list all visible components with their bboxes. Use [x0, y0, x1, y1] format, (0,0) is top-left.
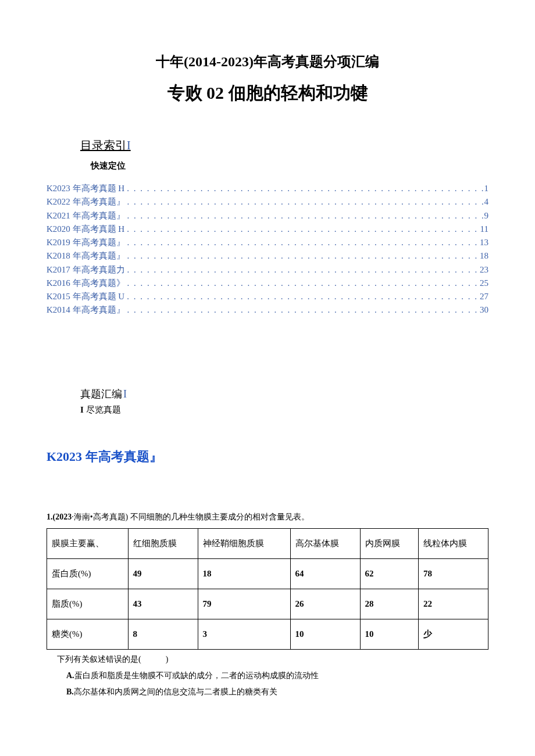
table-cell: 78	[418, 558, 488, 589]
toc-item-page: 23	[480, 263, 488, 277]
toc-item[interactable]: K2015 年高考真题 U 27	[47, 290, 488, 303]
toc-dots	[125, 236, 480, 249]
toc-item-label: K2016 年高考真题》	[47, 277, 125, 290]
toc-item-label: K2021 年高考真题』	[47, 209, 125, 223]
toc-dots	[125, 263, 480, 277]
answer-option-b: B.高尔基体和内质网之间的信息交流与二者膜上的糖类有关	[47, 687, 488, 697]
toc-item[interactable]: K2020 年高考真题 H 11	[47, 223, 488, 236]
toc-item[interactable]: K2018 年高考真题』 18	[47, 249, 488, 263]
table-cell: 10	[360, 619, 418, 649]
toc-subheading: 快速定位	[91, 160, 488, 171]
compilation-subheading: I 尽览真题	[80, 404, 488, 415]
toc-dots	[125, 209, 484, 223]
table-row: 糖类(%) 8 3 10 10 少	[47, 619, 488, 649]
answer-option-a: A.蛋白质和脂质是生物膜不可或缺的成分，二者的运动构成膜的流动性	[47, 671, 488, 681]
toc-item-page: 13	[480, 236, 488, 249]
table-header-cell: 神经鞘细胞质膜	[198, 528, 290, 558]
toc-dots	[124, 290, 480, 303]
toc-item-page: 1	[484, 182, 489, 195]
membrane-composition-table: 膜膜主要赢、 红细胞质膜 神经鞘细胞质膜 高尔基体膜 内质网膜 线粒体内膜 蛋白…	[47, 528, 488, 650]
compilation-heading: 真题汇编	[80, 388, 122, 400]
toc-item-label: K2014 年高考真题』	[47, 303, 125, 317]
table-row-label: 蛋白质(%)	[47, 558, 129, 589]
table-cell: 3	[198, 619, 290, 649]
toc-dots	[125, 195, 484, 209]
option-text: 蛋白质和脂质是生物膜不可或缺的成分，二者的运动构成膜的流动性	[74, 671, 319, 680]
toc-item-page: 18	[480, 249, 488, 263]
toc-item-label: K2023 年高考真题 H	[47, 182, 124, 195]
table-header-cell: 线粒体内膜	[418, 528, 488, 558]
toc-item-page: 30	[480, 303, 488, 317]
toc-dots	[124, 182, 484, 195]
toc-item[interactable]: K2016 年高考真题》 25	[47, 277, 488, 290]
toc-item-label: K2017 年高考真题力	[47, 263, 125, 277]
table-header-cell: 红细胞质膜	[128, 528, 198, 558]
year-heading-2023: K2023 年高考真题』	[47, 448, 488, 465]
toc-item[interactable]: K2021 年高考真题』 9	[47, 209, 488, 223]
toc-item-label: K2022 年高考真题』	[47, 195, 125, 209]
toc-heading-text: 目录索引	[80, 139, 127, 152]
table-cell: 少	[418, 619, 488, 649]
toc-item[interactable]: K2017 年高考真题力 23	[47, 263, 488, 277]
question-intro: 1.(2023·海南•高考真题) 不同细胞的几种生物膜主要成分的相对含量见表。	[47, 512, 488, 522]
document-page: 十年(2014-2023)年高考真题分项汇编 专败 02 佃胞的轻构和功犍 目录…	[0, 0, 535, 732]
question-prompt: 下列有关叙述错误的是( )	[47, 654, 488, 665]
toc-item-label: K2015 年高考真题 U	[47, 290, 124, 303]
toc-dots	[125, 277, 480, 290]
toc-item[interactable]: K2023 年高考真题 H 1	[47, 182, 488, 195]
toc-item[interactable]: K2014 年高考真题』 30	[47, 303, 488, 317]
table-cell: 79	[198, 589, 290, 619]
compilation-sub-text: 尽览真题	[84, 405, 121, 414]
table-cell: 43	[128, 589, 198, 619]
compilation-heading-block: 真题汇编I I 尽览真题	[80, 387, 488, 415]
table-header-cell: 膜膜主要赢、	[47, 528, 129, 558]
table-header-row: 膜膜主要赢、 红细胞质膜 神经鞘细胞质膜 高尔基体膜 内质网膜 线粒体内膜	[47, 528, 488, 558]
toc-item-label: K2018 年高考真题』	[47, 249, 125, 263]
toc-item-page: 27	[480, 290, 488, 303]
toc-item-page: 4	[484, 195, 489, 209]
question-number: 1.(2023	[47, 513, 72, 521]
table-cell: 62	[360, 558, 418, 589]
toc-item-page: 9	[484, 209, 489, 223]
table-cell: 10	[290, 619, 360, 649]
page-title-line2: 专败 02 佃胞的轻构和功犍	[47, 81, 488, 105]
table-row-label: 脂质(%)	[47, 589, 129, 619]
table-row: 脂质(%) 43 79 26 28 22	[47, 589, 488, 619]
toc-dots	[124, 223, 480, 236]
page-title-line1: 十年(2014-2023)年高考真题分项汇编	[47, 52, 488, 71]
table-cell: 8	[128, 619, 198, 649]
table-row-label: 糖类(%)	[47, 619, 129, 649]
toc-dots	[125, 249, 480, 263]
table-of-contents: K2023 年高考真题 H 1 K2022 年高考真题』 4 K2021 年高考…	[47, 182, 488, 317]
table-cell: 49	[128, 558, 198, 589]
toc-heading-bar: I	[127, 139, 131, 152]
table-header-cell: 高尔基体膜	[290, 528, 360, 558]
compilation-bar: I	[123, 388, 127, 400]
table-row: 蛋白质(%) 49 18 64 62 78	[47, 558, 488, 589]
table-header-cell: 内质网膜	[360, 528, 418, 558]
table-cell: 22	[418, 589, 488, 619]
table-cell: 28	[360, 589, 418, 619]
toc-heading: 目录索引I	[80, 138, 488, 153]
question-intro-text: ·海南•高考真题) 不同细胞的几种生物膜主要成分的相对含量见表。	[72, 513, 309, 521]
table-cell: 18	[198, 558, 290, 589]
option-letter: A.	[66, 671, 74, 680]
toc-item-label: K2020 年高考真题 H	[47, 223, 124, 236]
toc-item[interactable]: K2022 年高考真题』 4	[47, 195, 488, 209]
table-cell: 26	[290, 589, 360, 619]
toc-item-page: 25	[480, 277, 488, 290]
toc-dots	[125, 303, 480, 317]
toc-item[interactable]: K2019 年高考真题』 13	[47, 236, 488, 249]
table-cell: 64	[290, 558, 360, 589]
option-text: 高尔基体和内质网之间的信息交流与二者膜上的糖类有关	[74, 687, 277, 696]
toc-item-page: 11	[480, 223, 488, 236]
option-letter: B.	[66, 687, 74, 696]
toc-item-label: K2019 年高考真题』	[47, 236, 125, 249]
